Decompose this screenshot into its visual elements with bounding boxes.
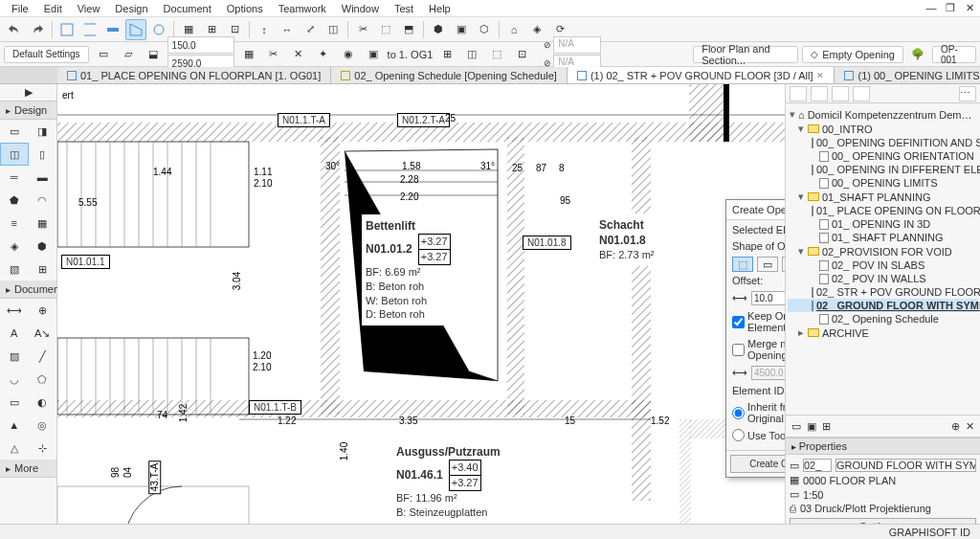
tab-close-icon[interactable]: ✕ (816, 71, 824, 80)
tree-item[interactable]: 00_ OPENING DEFINITION AND SHAPE (788, 136, 978, 149)
roof-tool[interactable]: ⬟ (0, 189, 29, 212)
menu-design[interactable]: Design (107, 3, 155, 14)
toolbox-more-header[interactable]: ▸ More (0, 460, 56, 478)
tree-item[interactable]: 02_ STR + POV GROUND FLOOR (788, 285, 978, 299)
nav-project[interactable] (790, 86, 807, 101)
minimize-button[interactable]: — (924, 2, 938, 13)
shape-auto[interactable]: ⬚ (732, 257, 753, 272)
tree-item[interactable]: 02_ POV IN SLABS (788, 258, 978, 272)
tab-3[interactable]: (1) 00_ OPENING LIMITS [1 Perspective] (835, 67, 980, 83)
tb-cut[interactable]: ✂ (352, 19, 373, 40)
menu-help[interactable]: Help (421, 3, 458, 14)
nav-act-2[interactable]: ▣ (807, 420, 816, 433)
toolbox-design-header[interactable]: ▸ Design (0, 101, 56, 120)
line-tool[interactable]: ╱ (29, 345, 57, 368)
ib-1[interactable]: ▭ (93, 44, 114, 65)
close-button[interactable]: ✕ (963, 2, 976, 13)
tb-tool-13[interactable]: ⬚ (375, 19, 396, 40)
tb-home[interactable]: ⌂ (503, 19, 524, 40)
poly-tool[interactable]: ⬠ (29, 368, 57, 391)
ib-8[interactable]: ⊞ (436, 44, 457, 65)
tab-2[interactable]: (1) 02_ STR + POV GROUND FLOOR [3D / All… (568, 67, 835, 83)
prop-code[interactable] (803, 459, 832, 472)
nav-act-5[interactable]: ✕ (966, 420, 974, 433)
beam-tool[interactable]: ═ (0, 166, 29, 189)
redo-button[interactable] (27, 19, 48, 40)
tb-tool-3[interactable] (102, 19, 123, 40)
drawing-canvas[interactable]: ert N01.1.T-A N01.2.T-A N01.1.T-B N01.01… (57, 84, 785, 539)
grid-tool[interactable]: ⊹ (29, 437, 57, 460)
nav-options[interactable]: ⋯ (959, 86, 976, 101)
curtain-tool[interactable]: ⊞ (29, 258, 57, 281)
column-tool[interactable]: ▯ (29, 143, 57, 166)
tb-tool-10[interactable]: ↔ (277, 19, 298, 40)
ib-3[interactable]: ⬓ (143, 44, 164, 65)
properties-header[interactable]: ▸ Properties (786, 438, 980, 455)
tb-tool-2[interactable] (79, 19, 100, 40)
nav-view[interactable] (811, 86, 828, 101)
tree-item[interactable]: 00_ OPENING IN DIFFERENT ELEMENT TYPES (788, 163, 978, 176)
ib-7[interactable]: ▣ (363, 44, 384, 65)
change-tool[interactable]: △ (0, 437, 29, 460)
tree-item[interactable]: 01_ PLACE OPENING ON FLOORPLAN (788, 204, 978, 217)
tree-root[interactable]: ▾⌂Domicil Kompetenzzentrum Demenz Oberri… (788, 107, 978, 122)
detail-tool[interactable]: ◎ (29, 414, 57, 437)
merge-checkbox[interactable]: Merge nearby Openings (732, 338, 785, 361)
zone-tool[interactable]: ▧ (0, 258, 29, 281)
menu-teamwork[interactable]: Teamwork (271, 3, 334, 14)
graphisoft-id[interactable]: GRAPHISOFT ID (889, 527, 970, 538)
tree-item[interactable]: 00_ OPENING ORIENTATION (788, 149, 978, 163)
text-tool[interactable]: A (0, 322, 29, 345)
shape-circle[interactable]: ○ (782, 257, 785, 272)
label-tool[interactable]: A↘ (29, 322, 57, 345)
tb-tool-4-active[interactable] (125, 19, 146, 40)
ib-tree[interactable]: 🌳 (907, 44, 928, 65)
shell-tool[interactable]: ◠ (29, 189, 57, 212)
morph-tool[interactable]: ◈ (0, 235, 29, 258)
op-code[interactable]: OP-001 (932, 46, 976, 63)
nav-act-3[interactable]: ⊞ (822, 420, 831, 433)
arc-tool[interactable]: ◡ (0, 368, 29, 391)
ib-10[interactable]: ⬚ (486, 44, 507, 65)
fill-tool[interactable]: ▨ (0, 345, 29, 368)
tb-tool-1[interactable] (56, 19, 78, 40)
tree-item[interactable]: ▾01_SHAFT PLANNING (788, 190, 978, 204)
section-tool[interactable]: ◐ (29, 391, 57, 414)
nav-act-4[interactable]: ⊕ (951, 420, 960, 433)
window-tool-active[interactable]: ◫ (0, 143, 29, 166)
dim-tool[interactable]: ⟷ (0, 299, 29, 322)
ib-6[interactable]: ◉ (338, 44, 359, 65)
menu-options[interactable]: Options (219, 3, 271, 14)
navigator-tree[interactable]: ▾⌂Domicil Kompetenzzentrum Demenz Oberri… (786, 103, 980, 415)
tree-item[interactable]: 01_ SHAFT PLANNING (788, 231, 978, 244)
menu-view[interactable]: View (70, 3, 108, 14)
tb-tool-14[interactable]: ⬒ (398, 19, 419, 40)
menu-test[interactable]: Test (387, 3, 421, 14)
tb-tool-16[interactable]: ▣ (451, 19, 472, 40)
tool-defaults-radio[interactable]: Use Tool Defaults (732, 429, 785, 441)
tree-item[interactable]: ▸ARCHIVE (788, 326, 978, 340)
menu-edit[interactable]: Edit (36, 3, 70, 14)
menu-document[interactable]: Document (156, 3, 219, 14)
toolbox-document-header[interactable]: ▸ Document (0, 281, 56, 299)
default-settings-button[interactable]: Default Settings (4, 46, 89, 63)
shape-rect[interactable]: ▭ (757, 257, 778, 272)
tb-tool-11[interactable]: ⤢ (300, 19, 321, 40)
prop-name[interactable] (835, 459, 976, 472)
tree-item[interactable]: ▾02_PROVISION FOR VOID (788, 244, 978, 258)
drawing-tool[interactable]: ▭ (0, 391, 29, 414)
tree-item[interactable]: 02_ POV IN WALLS (788, 272, 978, 285)
undo-button[interactable] (4, 19, 25, 40)
tb-tool-9[interactable]: ↕ (254, 19, 275, 40)
height-input[interactable] (167, 36, 234, 54)
tree-item[interactable]: 02_ Opening Schedule (788, 312, 978, 326)
panel-selector[interactable]: Floor Plan and Section... (693, 46, 798, 63)
ib-11[interactable]: ⊡ (511, 44, 532, 65)
tb-tool-17[interactable]: ⬡ (474, 19, 495, 40)
create-openings-button[interactable]: Create Openings (730, 455, 785, 473)
object-tool[interactable]: ⬢ (29, 235, 57, 258)
tb-tool-12[interactable]: ◫ (323, 19, 344, 40)
tb-tool-15[interactable]: ⬢ (428, 19, 449, 40)
level-tool[interactable]: ⊕ (29, 299, 57, 322)
mesh-tool[interactable]: ▦ (29, 212, 57, 235)
